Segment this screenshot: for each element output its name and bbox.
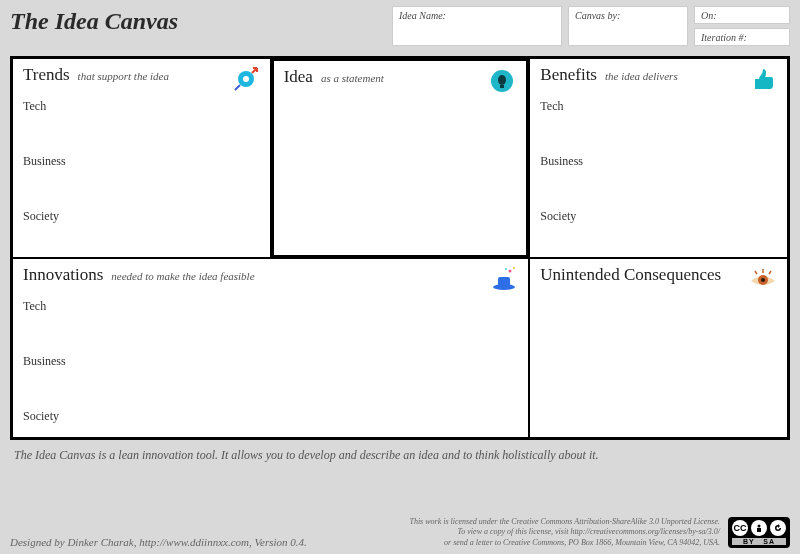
meta-fields: Idea Name: Canvas by: On: Iteration #:: [392, 6, 790, 46]
benefits-tech: Tech: [540, 99, 777, 114]
svg-point-7: [509, 270, 512, 273]
license-text: This work is licensed under the Creative…: [409, 517, 720, 548]
innovations-sub: needed to make the idea feasible: [111, 270, 254, 282]
idea-title: Idea: [284, 67, 313, 86]
bulb-icon: [488, 67, 516, 95]
svg-rect-4: [500, 85, 504, 88]
innovations-title: Innovations: [23, 265, 103, 284]
iteration-field[interactable]: Iteration #:: [694, 28, 790, 46]
trends-cell[interactable]: Trends that support the idea Tech Busine…: [12, 58, 271, 258]
cc-icon: CC: [732, 520, 748, 536]
innov-society: Society: [23, 409, 518, 424]
idea-name-field[interactable]: Idea Name:: [392, 6, 562, 46]
thumbs-up-icon: [749, 65, 777, 93]
trends-title: Trends: [23, 65, 70, 84]
benefits-business: Business: [540, 154, 777, 169]
footer-note: The Idea Canvas is a lean innovation too…: [0, 440, 800, 471]
consequences-title: Unintended Consequences: [540, 265, 721, 284]
idea-canvas: Trends that support the idea Tech Busine…: [10, 56, 790, 440]
benefits-title: Benefits: [540, 65, 597, 84]
innov-tech: Tech: [23, 299, 518, 314]
svg-rect-6: [498, 277, 510, 287]
svg-point-3: [498, 75, 506, 85]
consequences-cell[interactable]: Unintended Consequences: [529, 258, 788, 438]
svg-point-12: [758, 525, 761, 528]
svg-point-9: [505, 268, 507, 270]
benefits-cell[interactable]: Benefits the idea delivers Tech Business…: [529, 58, 788, 258]
trends-business: Business: [23, 154, 260, 169]
magic-hat-icon: [490, 265, 518, 293]
eye-icon: [749, 265, 777, 293]
target-icon: [232, 65, 260, 93]
innov-business: Business: [23, 354, 518, 369]
trends-sub: that support the idea: [78, 70, 169, 82]
on-field[interactable]: On:: [694, 6, 790, 24]
sa-icon: [770, 520, 786, 536]
trends-society: Society: [23, 209, 260, 224]
svg-point-11: [761, 278, 765, 282]
idea-sub: as a statement: [321, 72, 384, 84]
benefits-sub: the idea delivers: [605, 70, 678, 82]
cc-badge: CC BY SA: [728, 517, 790, 548]
page-title: The Idea Canvas: [10, 6, 392, 35]
svg-point-8: [513, 267, 515, 269]
svg-point-1: [243, 76, 249, 82]
innovations-cell[interactable]: Innovations needed to make the idea feas…: [12, 258, 529, 438]
trends-tech: Tech: [23, 99, 260, 114]
idea-cell[interactable]: Idea as a statement: [271, 58, 530, 258]
credit-line: Designed by Dinker Charak, http://www.dd…: [10, 536, 409, 548]
by-icon: [751, 520, 767, 536]
benefits-society: Society: [540, 209, 777, 224]
canvas-by-field[interactable]: Canvas by:: [568, 6, 688, 46]
